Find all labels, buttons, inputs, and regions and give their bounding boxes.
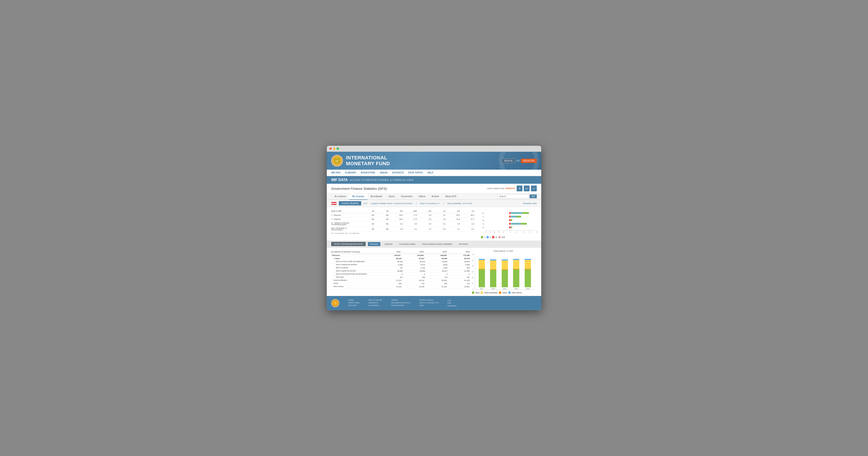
footer-link-home[interactable]: HOME [348,299,360,301]
col-84a: 84 [360,210,374,212]
footer-link-chinese[interactable]: 中文 [447,302,456,304]
col-84b: 84 [374,210,389,212]
sector-tab-networth[interactable]: Net Worth [457,242,470,246]
bar-2014: 2014 [512,259,521,289]
sector-tab-expense[interactable]: Expense [383,242,395,246]
year-2014: 2014 [424,251,446,253]
nav-imf-org[interactable]: IMF.ORG [331,170,341,176]
share-button[interactable]: ↩ [531,186,537,191]
header-left: IMF INTERNATIONAL MONETARY FUND [331,155,390,167]
maximize-dot[interactable] [337,147,339,150]
sector-selector-button[interactable]: Sector (General government) [331,242,366,246]
sector-tab-functional[interactable]: Functional outlays [397,242,418,246]
revenue-table: (in millions of domestic currency) 2012 … [331,248,470,296]
nav-elibrary[interactable]: ELIBRARY [345,170,356,176]
svg-rect-23 [510,223,521,225]
footer-link-site-map[interactable]: SITE MAP [348,305,360,307]
svg-text:10: 10 [516,231,517,233]
summary-table-section: 2015 % GDP 84 84 GG GGF GG LG GG 0.3 1 -… [327,207,479,240]
nav-arear[interactable]: AREAR [380,170,388,176]
data-banner-title: IMF DATA [331,178,348,182]
site-footer: HOME WHAT'S NEW SITE MAP ABOUT THE IMF R… [327,296,541,310]
country-code: AUT [364,202,367,204]
footer-link-french[interactable]: FRANÇAIS [447,305,456,307]
investment-label: 31 - Net/gross investmentin nonfinancial… [331,222,360,225]
footer-link-data-stats[interactable]: DATA AND STATISTICS [391,302,410,304]
svg-text:IMF: IMF [336,161,338,162]
tab-query[interactable]: Query [385,193,398,200]
legend-other: Other revenue [508,291,522,294]
nlb-label: NLB = Net lending (+) /Net borrowing (-) [331,227,360,230]
footer-link-publications[interactable]: PUBLICATIONS [391,305,410,307]
download-button[interactable]: ⬇ [517,186,523,191]
footer-logo-icon [331,299,339,307]
search-go-button[interactable]: GO [530,195,537,198]
svg-text:-10: -10 [502,231,504,233]
metadata-link[interactable]: Metadata Table [523,202,537,204]
legend-label-taxes: Taxes [475,292,479,293]
api-button[interactable]: API [524,186,530,191]
legend-label-social: Social contributions [484,292,498,293]
svg-point-18 [509,216,511,218]
table-row-investment: 31 - Net/gross investmentin nonfinancial… [331,221,474,226]
legend-label-nlb: NLB [502,236,505,238]
svg-point-27 [509,226,511,228]
legend-item-31: 31 [492,236,497,238]
data-banner-subtitle: ACCESS TO MACROECONOMIC & FINANCIAL DATA [350,179,413,181]
tab-about-gfs[interactable]: About GFS [442,193,460,200]
revenue-table-header: (in millions of domestic currency) 2012 … [331,250,470,254]
browser-window: IMF INTERNATIONAL MONETARY FUND SIGN IN … [327,146,541,311]
legend-item-nlb: NLB [499,236,505,238]
search-input[interactable] [497,194,529,199]
sector-tab-revenue[interactable]: Revenue [368,242,380,246]
tab-at-a-glance[interactable]: At a Glance [331,193,349,200]
stacked-chart-section: Total revenue, % GDP 60 50 40 30 20 10 0 [470,248,537,296]
bar-2011: 2011 [477,259,487,289]
table-row-grants: Grants 360 143 188 141 [331,282,470,285]
footer-col-3: VIDEOS DATA AND STATISTICS PUBLICATIONS [391,299,410,307]
footer-link-videos[interactable]: VIDEOS [391,299,410,301]
svg-point-21 [509,219,511,221]
tab-by-indicator[interactable]: By Indicator [367,193,385,200]
footer-link-about[interactable]: ABOUT THE IMF [369,299,382,301]
svg-point-24 [509,223,511,225]
col-gg: GG [389,210,403,212]
legend-label-grants: Grants [502,292,507,293]
footer-link-arabic[interactable]: عربي [447,299,456,301]
browser-chrome [327,146,541,152]
minimize-dot[interactable] [333,147,335,150]
table-row-other-taxes: Other taxes 101 209 270 242 [331,276,470,279]
nav-data-topics[interactable]: DATA TOPICS [408,170,423,176]
footer-link-research[interactable]: RESEARCH [369,302,382,304]
stacked-chart-legend: Taxes Social contributions Grants Other … [472,291,534,294]
footer-link-contact[interactable]: HOW TO CONTACT US [419,302,438,304]
tab-documents[interactable]: Documents [398,193,415,200]
currency-note: (in millions of domestic currency) [331,251,377,253]
sector-tab-stock[interactable]: Stock positions assets & liabilities [420,242,454,246]
country-selector-button[interactable]: Country (Austria) [339,201,361,205]
nav-bookstore[interactable]: BOOKSTORE [361,170,375,176]
legend-label-2: 2 [490,236,491,238]
tab-videos[interactable]: Videos [415,193,428,200]
nav-help[interactable]: HELP [427,170,433,176]
hbar-legend: 1 2 31 NLB [481,236,539,238]
footer-link-jobs[interactable]: JOBS [419,305,438,307]
legend-label-31: 31 [495,236,497,238]
legend-label-other: Other revenue [512,292,522,293]
na-note: NA = Not Available | NP = Not Applicable [331,232,474,235]
col-label-header: 2015 % GDP [331,210,360,212]
register-button[interactable]: REGISTER [521,159,537,163]
stacked-bar-chart: 2011 2012 [475,254,534,290]
footer-link-countries[interactable]: COUNTRIES [369,305,382,307]
or-label: OR [516,160,520,162]
table-row-expense: 2 - Expense NA NA 34.9 17.5 9.4 0.8 51.8… [331,217,474,221]
country-meta: AUT Largest Available Sector: General Go… [364,202,472,204]
footer-link-privacy[interactable]: PRIVACY POLICY [419,299,438,301]
nav-datasets[interactable]: DATASETS [392,170,404,176]
tab-archive[interactable]: Archive [428,193,442,200]
signin-button[interactable]: SIGN IN [502,159,515,163]
footer-col-2: ABOUT THE IMF RESEARCH COUNTRIES [369,299,382,307]
footer-link-whats-new[interactable]: WHAT'S NEW [348,302,360,304]
close-dot[interactable] [330,147,332,150]
tab-by-country[interactable]: By Country [349,193,367,200]
